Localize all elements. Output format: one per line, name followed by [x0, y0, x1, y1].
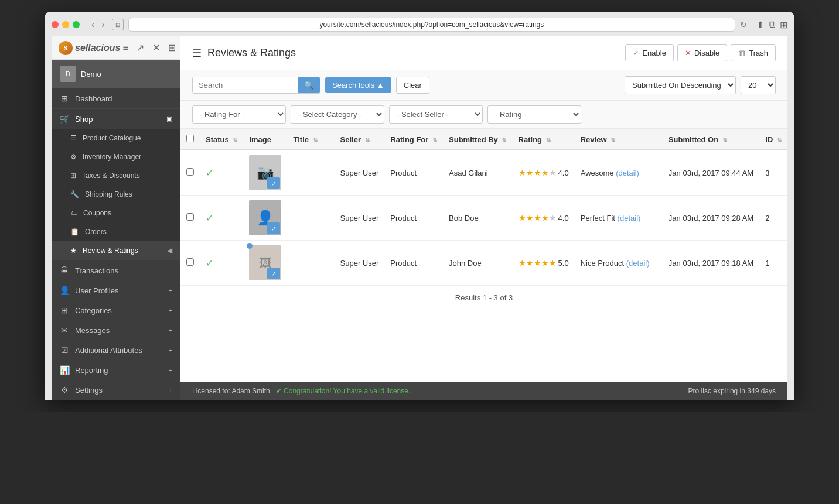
header-title[interactable]: Title ⇅ [287, 129, 334, 150]
sidebar-item-taxes-discounts[interactable]: ⊞ Taxes & Discounts [52, 166, 180, 185]
search-tools-button[interactable]: Search tools ▲ [325, 77, 391, 93]
row-submitted-by: Bob Doe [443, 196, 513, 241]
search-box: 🔍 [192, 77, 320, 94]
row-checkbox[interactable] [186, 258, 194, 266]
header-review[interactable]: Review ⇅ [575, 129, 663, 150]
hamburger-button[interactable]: ≡ [120, 40, 130, 56]
address-bar[interactable]: yoursite.com/sellacious/index.php?option… [128, 18, 735, 32]
external-link-button[interactable]: ↗ [134, 40, 146, 56]
sidebar-item-shipping-rules[interactable]: 🔧 Shipping Rules [52, 185, 180, 204]
row-rating-for: Product [384, 150, 443, 196]
maximize-dot[interactable] [73, 21, 80, 28]
image-link-button[interactable]: ↗ [267, 177, 280, 189]
close-dot[interactable] [52, 21, 59, 28]
row-rating: ★★★★★4.0 [513, 150, 575, 196]
page-title-text: Reviews & Ratings [207, 47, 296, 59]
disable-button[interactable]: ✕ Disable [677, 44, 727, 61]
messages-expand-icon: + [169, 327, 172, 334]
inventory-icon: ⚙ [70, 153, 77, 161]
header-seller[interactable]: Seller ⇅ [335, 129, 385, 150]
licensed-to-text: Licensed to: Adam Smith [192, 387, 270, 395]
status-sort-icon: ⇅ [233, 137, 237, 143]
header-status[interactable]: Status ⇅ [200, 129, 243, 150]
image-link-button[interactable]: ↗ [267, 268, 280, 279]
submitted-on-col-label: Submitted On [669, 135, 718, 144]
title-col-label: Title [293, 135, 309, 144]
row-rating: ★★★★★5.0 [513, 241, 575, 286]
minimize-dot[interactable] [62, 21, 69, 28]
fullscreen-button[interactable]: ⊞ [166, 40, 178, 56]
sidebar-item-coupons[interactable]: 🏷 Coupons [52, 204, 180, 222]
header-rating-for[interactable]: Rating For ⇅ [384, 129, 443, 150]
image-link-button[interactable]: ↗ [267, 222, 280, 234]
rating-for-filter[interactable]: - Rating For - [192, 105, 286, 124]
sidebar-item-transactions[interactable]: 🏛 Transactions [52, 260, 180, 280]
categories-icon: ⊞ [60, 306, 69, 315]
sidebar-item-reporting[interactable]: 📊 Reporting + [52, 360, 180, 380]
sidebar-item-settings[interactable]: ⚙ Settings + [52, 380, 180, 400]
sidebar-item-review-ratings[interactable]: ★ Review & Ratings ◀ [52, 241, 180, 260]
review-detail-link[interactable]: (detail) [616, 169, 639, 177]
seller-filter[interactable]: - Select Seller - [389, 105, 483, 124]
filter-row: - Rating For - - Select Category - - Sel… [180, 101, 787, 129]
status-col-label: Status [206, 135, 229, 144]
clear-button[interactable]: Clear [396, 77, 429, 94]
row-seller: Super User [335, 241, 385, 286]
sidebar-item-inventory-manager[interactable]: ⚙ Inventory Manager [52, 148, 180, 166]
brand-icon: S [59, 41, 73, 55]
status-check-icon: ✓ [206, 258, 213, 268]
brand-logo: S sellacious [59, 41, 120, 55]
disable-label: Disable [694, 49, 719, 57]
sidebar-item-shop[interactable]: 🛒 Shop ▣ [52, 108, 180, 129]
sidebar-item-additional-attributes[interactable]: ☑ Additional Attributes + [52, 340, 180, 360]
sidebar-item-label: Taxes & Discounts [82, 172, 140, 180]
header-id[interactable]: ID ⇅ [759, 129, 787, 150]
toolbar-right: Submitted On DescendingSubmitted On Asce… [625, 76, 776, 94]
rating-for-col-label: Rating For [390, 135, 428, 144]
row-image: 📷 ↗ [243, 150, 287, 196]
header-rating[interactable]: Rating ⇅ [513, 129, 575, 150]
header-submitted-by[interactable]: Submitted By ⇅ [443, 129, 513, 150]
reload-button[interactable]: ↻ [740, 20, 747, 29]
trash-button[interactable]: 🗑 Trash [731, 44, 776, 61]
categories-expand-icon: + [169, 307, 172, 314]
sort-select[interactable]: Submitted On DescendingSubmitted On Asce… [625, 76, 736, 94]
duplicate-button[interactable]: ⧉ [769, 19, 775, 30]
sidebar-item-label: Additional Attributes [75, 346, 142, 355]
page-size-select[interactable]: 20 [741, 76, 776, 94]
license-info: Licensed to: Adam Smith ✔ Congratulation… [192, 387, 410, 395]
enable-button[interactable]: ✓ Enable [625, 44, 673, 61]
sidebar-toggle-button[interactable]: ⊟ [112, 19, 124, 30]
settings-expand-icon: + [169, 386, 172, 393]
row-checkbox[interactable] [186, 213, 194, 221]
row-status: ✓ [200, 150, 243, 196]
sidebar-item-orders[interactable]: 📋 Orders [52, 222, 180, 241]
search-input[interactable] [193, 77, 298, 93]
review-sort-icon: ⇅ [611, 137, 615, 143]
license-valid-icon: ✔ [276, 387, 282, 395]
sidebar-item-categories[interactable]: ⊞ Categories + [52, 300, 180, 320]
sidebar-item-product-catalogue[interactable]: ☰ Product Catalogue [52, 129, 180, 148]
rating-filter[interactable]: - Rating - [487, 105, 581, 124]
row-status: ✓ [200, 241, 243, 286]
forward-button[interactable]: › [99, 18, 107, 31]
back-button[interactable]: ‹ [89, 18, 97, 31]
row-id: 3 [759, 150, 787, 196]
review-detail-link[interactable]: (detail) [626, 259, 650, 268]
joomla-button[interactable]: ✕ [150, 40, 162, 56]
rating-for-sort-icon: ⇅ [432, 137, 437, 143]
app-footer: Licensed to: Adam Smith ✔ Congratulation… [180, 382, 787, 400]
sidebar-item-dashboard[interactable]: ⊞ Dashboard [52, 88, 180, 108]
rating-sort-icon: ⇅ [546, 137, 551, 143]
sidebar-item-user-profiles[interactable]: 👤 User Profiles + [52, 280, 180, 300]
share-button[interactable]: ⬆ [756, 19, 764, 30]
row-checkbox[interactable] [186, 168, 194, 176]
search-submit-button[interactable]: 🔍 [298, 77, 320, 93]
select-all-checkbox[interactable] [186, 135, 194, 142]
more-button[interactable]: ⊞ [780, 19, 787, 30]
row-rating-for: Product [384, 196, 443, 241]
category-filter[interactable]: - Select Category - [291, 105, 384, 124]
review-detail-link[interactable]: (detail) [618, 214, 641, 222]
header-submitted-on[interactable]: Submitted On ⇅ [663, 129, 759, 150]
sidebar-item-messages[interactable]: ✉ Messages + [52, 320, 180, 340]
